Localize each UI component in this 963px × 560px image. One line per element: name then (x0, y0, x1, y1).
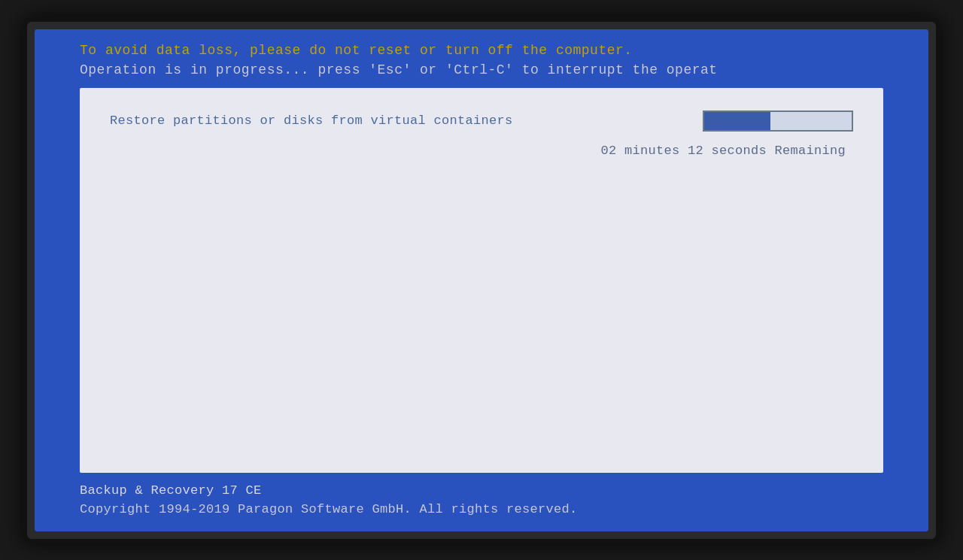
time-remaining: 02 minutes 12 seconds Remaining (110, 144, 853, 158)
content-panel: Restore partitions or disks from virtual… (80, 88, 883, 473)
screen: To avoid data loss, please do not reset … (35, 29, 928, 531)
top-section: To avoid data loss, please do not reset … (35, 29, 928, 88)
operation-row: Restore partitions or disks from virtual… (110, 110, 853, 132)
progress-bar-fill (704, 112, 770, 130)
bottom-section: Backup & Recovery 17 CE Copyright 1994-2… (35, 473, 928, 531)
product-name: Backup & Recovery 17 CE (80, 483, 883, 498)
progress-bar-container (703, 110, 853, 132)
monitor-outer: To avoid data loss, please do not reset … (23, 17, 940, 543)
warning-line2: Operation is in progress... press 'Esc' … (80, 62, 883, 77)
warning-line1: To avoid data loss, please do not reset … (80, 43, 883, 58)
copyright: Copyright 1994-2019 Paragon Software Gmb… (80, 502, 883, 516)
operation-label: Restore partitions or disks from virtual… (110, 114, 680, 128)
